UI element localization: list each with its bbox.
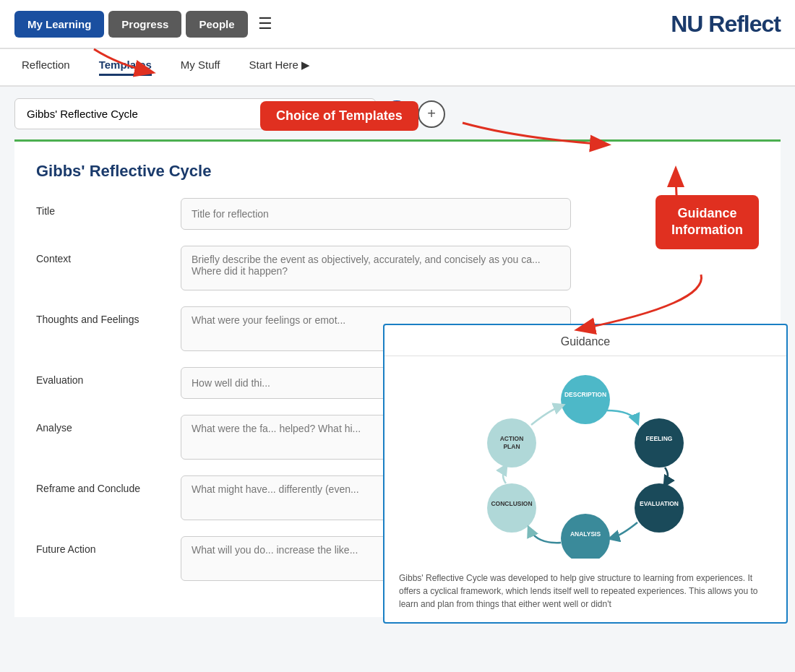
svg-point-4	[635, 483, 684, 533]
svg-text:ACTION: ACTION	[500, 435, 524, 442]
top-nav: My Learning Progress People ☰ NU Reflect	[0, 0, 795, 49]
svg-text:ANALYSIS: ANALYSIS	[570, 530, 601, 538]
label-thoughts: Thoughts and Feelings	[36, 306, 166, 325]
my-learning-button[interactable]: My Learning	[14, 11, 104, 38]
people-button[interactable]: People	[186, 11, 247, 38]
label-title: Title	[36, 198, 166, 217]
logo: NU Reflect	[671, 11, 781, 38]
guidance-description: Gibbs' Reflective Cycle was developed to…	[384, 566, 786, 611]
subnav-templates[interactable]: Templates	[99, 59, 152, 76]
svg-text:PLAN: PLAN	[503, 443, 520, 450]
callout-templates: Choice of Templates	[260, 101, 418, 131]
label-future: Future Action	[36, 536, 166, 555]
subnav-reflection[interactable]: Reflection	[22, 59, 70, 76]
add-button[interactable]: +	[418, 100, 445, 128]
svg-text:DESCRIPTION: DESCRIPTION	[564, 391, 606, 398]
guidance-panel: Guidance DESCRIPTION FEELING EVALUATION …	[383, 324, 788, 624]
progress-button[interactable]: Progress	[108, 11, 181, 38]
label-analyse: Analyse	[36, 415, 166, 434]
gibbs-cycle-svg: DESCRIPTION FEELING EVALUATION ANALYSIS …	[477, 371, 694, 559]
svg-point-2	[635, 418, 684, 468]
form-row-title: Title	[36, 198, 759, 230]
hamburger-menu-button[interactable]: ☰	[258, 14, 272, 33]
form-row-context: Context	[36, 246, 759, 290]
input-context[interactable]	[181, 246, 571, 290]
label-context: Context	[36, 246, 166, 264]
guidance-diagram: DESCRIPTION FEELING EVALUATION ANALYSIS …	[384, 356, 786, 566]
guidance-header: Guidance	[384, 325, 786, 356]
subnav-starthere[interactable]: Start Here ▶	[249, 59, 311, 77]
svg-text:CONCLUSION: CONCLUSION	[491, 500, 532, 507]
svg-text:FEELING: FEELING	[646, 435, 673, 442]
svg-text:EVALUATION: EVALUATION	[640, 500, 679, 507]
label-reframe: Reframe and Conclude	[36, 475, 166, 494]
callout-guidance: GuidanceInformation	[656, 195, 759, 249]
plus-icon: +	[427, 105, 436, 122]
label-evaluation: Evaluation	[36, 367, 166, 386]
sub-nav: Reflection Templates My Stuff Start Here…	[0, 49, 795, 87]
input-title[interactable]	[181, 198, 571, 230]
subnav-mystuff[interactable]: My Stuff	[181, 59, 220, 76]
svg-point-0	[561, 375, 610, 424]
form-card-title: Gibbs' Reflective Cycle	[36, 162, 759, 181]
svg-point-8	[487, 483, 536, 533]
